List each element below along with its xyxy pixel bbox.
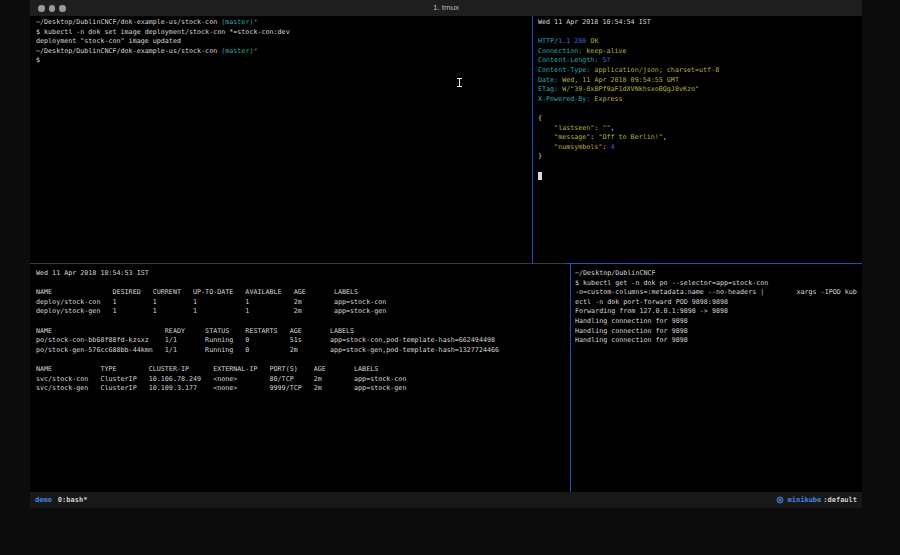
terminal-line: ~/Desktop/DublinCNCF/dok-example-us/stoc…: [36, 18, 538, 28]
text-segment: "numsymbols": [538, 143, 602, 151]
terminal-line: }: [538, 152, 867, 162]
terminal-line: Wed 11 Apr 2018 10:54:54 IST: [538, 18, 867, 28]
pane-port-forward[interactable]: ~/Desktop/DublinCNCF$ kubectl get -n dok…: [571, 264, 866, 497]
terminal-line: [36, 317, 576, 327]
text-segment: ~/Desktop/DublinCNCF: [575, 269, 656, 277]
text-segment: (master): [221, 18, 253, 26]
terminal-line: po/stock-gen-576cc688bb-44kmn 1/1 Runnin…: [36, 346, 576, 356]
text-segment: Wed 11 Apr 2018 10:54:53 IST: [36, 269, 149, 277]
text-segment: "message": [538, 133, 590, 141]
terminal-line: [538, 104, 867, 114]
terminal-line: $ kubectl -n dok set image deployment/st…: [36, 28, 538, 38]
terminal-line: NAME TYPE CLUSTER-IP EXTERNAL-IP PORT(S)…: [36, 365, 576, 375]
terminal-line: [538, 162, 867, 172]
text-segment: deployment "stock-con" image updated: [36, 37, 181, 45]
terminal-line: ectl -n dok port-forward POD 9898:9898: [575, 298, 866, 308]
text-segment: 4: [610, 143, 614, 151]
status-right: minikube :default: [776, 496, 857, 504]
terminal-line: [36, 279, 576, 289]
terminal-line: X-Powered-By: Express: [538, 95, 867, 105]
terminal-line: Handling connection for 9898: [575, 317, 866, 327]
text-segment: ectl -n dok port-forward POD 9898:9898: [575, 298, 728, 306]
terminal-line: Date: Wed, 11 Apr 2018 09:54:55 GMT: [538, 76, 867, 86]
text-segment: [538, 172, 542, 180]
text-segment: Connection:: [538, 47, 582, 55]
text-segment: Date:: [538, 76, 558, 84]
text-segment: deploy/stock-gen 1 1 1 1 2m app=stock-ge…: [36, 307, 386, 315]
text-segment: ETag:: [538, 85, 558, 93]
text-segment: "Off to Berlin!": [598, 133, 662, 141]
terminal-line: [36, 355, 576, 365]
text-segment: *: [253, 47, 257, 55]
terminal-line: [538, 172, 867, 182]
terminal-line: -o=custom-columns=:metadata.name --no-he…: [575, 288, 866, 298]
text-segment: svc/stock-gen ClusterIP 10.109.3.177 <no…: [36, 384, 406, 392]
text-segment: {: [538, 114, 542, 122]
text-segment: $ kubectl get -n dok po --selector=app=s…: [575, 279, 768, 287]
terminal-line: Handling connection for 9898: [575, 327, 866, 337]
text-segment: ,: [663, 133, 667, 141]
terminal-line: "numsymbols": 4: [538, 143, 867, 153]
text-segment: NAME READY STATUS RESTARTS AGE LABELS: [36, 327, 354, 335]
text-segment: Handling connection for 9898: [575, 336, 688, 344]
kube-context: minikube: [788, 496, 822, 504]
text-segment: ~/Desktop/DublinCNCF/dok-example-us/stoc…: [36, 18, 221, 26]
window-item-active[interactable]: 0:bash*: [58, 496, 88, 504]
terminal-line: "lastseen": "",: [538, 124, 867, 134]
text-segment: Handling connection for 9898: [575, 317, 688, 325]
terminal-line: svc/stock-gen ClusterIP 10.109.3.177 <no…: [36, 384, 576, 394]
terminal-line: $: [36, 56, 538, 66]
terminal-line: NAME READY STATUS RESTARTS AGE LABELS: [36, 327, 576, 337]
text-segment: X-Powered-By:: [538, 95, 590, 103]
status-left: demo 0:bash*: [35, 496, 87, 504]
text-segment: *: [253, 18, 257, 26]
terminal-line: ETag: W/"39-0xBPf9aF1dXVNkhsxoBQgJ8vKzo": [538, 85, 867, 95]
session-name: demo: [35, 496, 52, 504]
text-segment: keep-alive: [582, 47, 626, 55]
text-segment: 57: [598, 56, 610, 64]
mouse-ibeam-pointer-icon: [457, 78, 462, 87]
terminal-line: deployment "stock-con" image updated: [36, 37, 538, 47]
text-segment: NAME DESIRED CURRENT UP-TO-DATE AVAILABL…: [36, 288, 358, 296]
terminal-line: $ kubectl get -n dok po --selector=app=s…: [575, 279, 866, 289]
terminal-line: Content-Length: 57: [538, 56, 867, 66]
text-segment: -o=custom-columns=:metadata.name --no-he…: [575, 288, 857, 296]
kube-namespace: :default: [823, 496, 857, 504]
text-segment: Handling connection for 9898: [575, 327, 688, 335]
text-segment: $ kubectl -n dok set image deployment/st…: [36, 28, 290, 36]
terminal-line: deploy/stock-con 1 1 1 1 2m app=stock-co…: [36, 298, 576, 308]
text-segment: "lastseen": [538, 124, 594, 132]
text-segment: po/stock-con-bb68f88fd-kzsxz 1/1 Running…: [36, 336, 495, 344]
terminal-line: po/stock-con-bb68f88fd-kzsxz 1/1 Running…: [36, 336, 576, 346]
terminal-line: "message": "Off to Berlin!",: [538, 133, 867, 143]
text-segment: Forwarding from 127.0.0.1:9898 -> 9898: [575, 307, 728, 315]
terminal-line: svc/stock-con ClusterIP 10.106.78.249 <n…: [36, 375, 576, 385]
pane-kubectl-get-tables[interactable]: Wed 11 Apr 2018 10:54:53 IST NAME DESIRE…: [30, 264, 576, 497]
text-segment: NAME TYPE CLUSTER-IP EXTERNAL-IP PORT(S)…: [36, 365, 378, 373]
text-segment: application/json; charset=utf-8: [590, 66, 719, 74]
text-segment: }: [538, 152, 542, 160]
text-segment: ,: [611, 124, 615, 132]
text-segment: Wed 11 Apr 2018 10:54:54 IST: [538, 18, 651, 26]
pane-http-response[interactable]: Wed 11 Apr 2018 10:54:54 IST HTTP/1.1 20…: [533, 16, 867, 265]
kubernetes-icon: [776, 496, 784, 504]
terminal-line: Wed 11 Apr 2018 10:54:53 IST: [36, 269, 576, 279]
terminal-line: deploy/stock-gen 1 1 1 1 2m app=stock-ge…: [36, 307, 576, 317]
text-segment: $: [36, 56, 40, 64]
text-segment: Express: [590, 95, 622, 103]
pane-kubectl-set-image[interactable]: ~/Desktop/DublinCNCF/dok-example-us/stoc…: [30, 16, 538, 265]
tmux-status-bar: demo 0:bash* minikube :default: [30, 492, 862, 508]
terminal-line: ~/Desktop/DublinCNCF/dok-example-us/stoc…: [36, 47, 538, 57]
text-segment: W/"39-0xBPf9aF1dXVNkhsxoBQgJ8vKzo": [558, 85, 699, 93]
text-segment: "": [602, 124, 610, 132]
text-segment: (master): [221, 47, 253, 55]
window-titlebar[interactable]: 1. tmux: [30, 0, 862, 16]
window-title: 1. tmux: [30, 3, 862, 12]
text-segment: deploy/stock-con 1 1 1 1 2m app=stock-co…: [36, 298, 386, 306]
terminal-line: {: [538, 114, 867, 124]
terminal-line: Connection: keep-alive: [538, 47, 867, 57]
terminal-line: HTTP/1.1 200 OK: [538, 37, 867, 47]
text-segment: 1.1 200: [558, 37, 586, 45]
terminal-line: [538, 28, 867, 38]
text-segment: ~/Desktop/DublinCNCF/dok-example-us/stoc…: [36, 47, 221, 55]
